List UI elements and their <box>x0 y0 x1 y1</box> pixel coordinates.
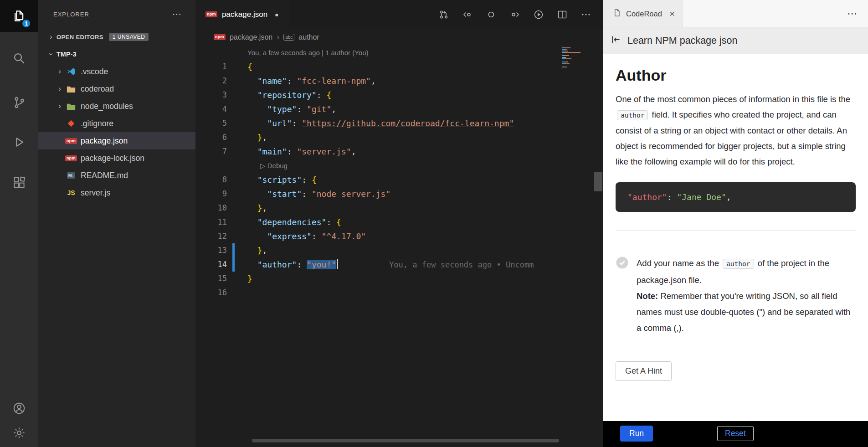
line-number: 13 <box>195 243 227 257</box>
code-editor[interactable]: You, a few seconds ago | 1 author (You)1… <box>195 46 560 300</box>
vscode-window: 1 <box>0 0 868 447</box>
code-line-7[interactable]: 7 "main": "server.js", <box>195 144 560 159</box>
code-line-6[interactable]: 6 }, <box>195 130 560 144</box>
vertical-scrollbar[interactable] <box>594 172 602 191</box>
chevron-right-icon: › <box>54 102 66 111</box>
code-line-3[interactable]: 3 "repository": { <box>195 88 560 102</box>
file-label: server.js <box>81 188 110 198</box>
code-line-13[interactable]: 13 }, <box>195 243 560 257</box>
line-number: 16 <box>195 286 227 300</box>
search-icon[interactable] <box>0 44 38 72</box>
code-line-8[interactable]: 8 "scripts": { <box>195 173 560 187</box>
tree-item-package-lock.json[interactable]: npmpackage-lock.json <box>38 149 195 167</box>
activity-bar: 1 <box>0 0 38 447</box>
settings-gear-icon[interactable] <box>0 419 38 447</box>
run-script-icon[interactable] <box>533 9 544 20</box>
markdown-icon: M↓ <box>66 170 77 181</box>
gutter-spacer <box>232 272 235 286</box>
coderoad-tab-bar: CodeRoad × ⋯ <box>603 0 868 28</box>
modified-indicator <box>232 243 235 257</box>
workspace-root-label: TMP-3 <box>56 51 77 58</box>
gutter-spacer <box>232 102 235 116</box>
close-icon[interactable]: × <box>669 8 675 19</box>
back-to-menu-icon[interactable] <box>610 34 621 48</box>
run-debug-icon[interactable] <box>0 128 38 156</box>
codelens[interactable]: ▷ Debug <box>195 159 560 173</box>
git-icon <box>66 118 77 129</box>
code-line-15[interactable]: 15} <box>195 272 560 286</box>
line-number: 1 <box>195 60 227 74</box>
line-number: 5 <box>195 116 227 130</box>
code-line-5[interactable]: 5 "url": "https://github.com/coderoad/fc… <box>195 116 560 130</box>
minimap[interactable] <box>561 46 580 301</box>
tree-item-coderoad[interactable]: ›coderoad <box>38 80 195 98</box>
more-actions-icon[interactable] <box>580 9 591 20</box>
code-line-12[interactable]: 12 "express": "^4.17.0" <box>195 229 560 243</box>
extensions-icon[interactable] <box>0 169 38 197</box>
breadcrumb-file[interactable]: package.json <box>230 33 272 41</box>
file-label: node_modules <box>81 102 133 111</box>
gutter-spacer <box>232 173 235 187</box>
horizontal-scrollbar[interactable] <box>252 439 559 442</box>
folder-icon <box>66 83 77 94</box>
workspace-root[interactable]: › TMP-3 <box>38 46 195 63</box>
tree-item-README.md[interactable]: M↓README.md <box>38 167 195 184</box>
code-line-10[interactable]: 10 }, <box>195 201 560 215</box>
reset-button[interactable]: Reset <box>717 426 754 441</box>
next-change-icon[interactable] <box>509 9 520 20</box>
tab-coderoad[interactable]: CodeRoad × <box>603 0 683 27</box>
previous-change-icon[interactable] <box>462 9 473 20</box>
explorer-sidebar: EXPLORER ⋯ › OPEN EDITORS 1 UNSAVED › TM… <box>38 0 195 447</box>
compare-changes-icon[interactable] <box>438 9 449 20</box>
open-editors-section[interactable]: › OPEN EDITORS 1 UNSAVED <box>38 28 195 46</box>
code-line-16[interactable]: 16 <box>195 286 560 300</box>
gutter-spacer <box>232 130 235 144</box>
file-tree: ›.vscode›coderoad›node_modules.gitignore… <box>38 63 195 201</box>
folder-node-icon <box>66 101 77 112</box>
code-line-9[interactable]: 9 "start": "node server.js" <box>195 187 560 201</box>
tree-item-.vscode[interactable]: ›.vscode <box>38 63 195 80</box>
get-hint-button[interactable]: Get A Hint <box>616 361 672 381</box>
divider <box>616 230 856 231</box>
breadcrumb[interactable]: npm package.json › abc author <box>195 29 603 46</box>
tree-item-node_modules[interactable]: ›node_modules <box>38 98 195 115</box>
tree-item-server.js[interactable]: JSserver.js <box>38 184 195 201</box>
code-line-14[interactable]: 14 "author": "you!"You, a few seconds ag… <box>195 257 560 272</box>
npm-icon: npm <box>205 11 217 17</box>
editor-tab-bar: npm package.json ● <box>195 0 603 29</box>
code-line-11[interactable]: 11 "dependencies": { <box>195 215 560 229</box>
file-label: coderoad <box>81 84 114 94</box>
code-line-4[interactable]: 4 "type": "git", <box>195 102 560 116</box>
source-control-icon[interactable] <box>0 88 38 117</box>
tree-item-.gitignore[interactable]: .gitignore <box>38 115 195 132</box>
line-number: 2 <box>195 74 227 88</box>
inline-code: author <box>617 110 648 120</box>
split-editor-icon[interactable] <box>557 9 568 20</box>
gutter-spacer <box>232 88 235 102</box>
npm-icon: npm <box>66 153 77 164</box>
code-example: "author": "Jane Doe", <box>616 182 856 212</box>
coderoad-panel: CodeRoad × ⋯ Learn NPM package json Auth… <box>603 0 868 447</box>
account-icon[interactable] <box>0 394 38 422</box>
tab-package-json[interactable]: npm package.json ● <box>195 0 289 29</box>
intro-paragraph: One of the most common pieces of informa… <box>616 92 856 170</box>
more-actions-icon[interactable]: ⋯ <box>172 9 182 20</box>
tree-item-package.json[interactable]: npmpackage.json <box>38 132 195 149</box>
codelens[interactable]: You, a few seconds ago | 1 author (You) <box>195 46 560 60</box>
line-number: 3 <box>195 88 227 102</box>
line-number: 14 <box>195 257 227 272</box>
line-number: 9 <box>195 187 227 201</box>
open-change-icon[interactable] <box>486 9 497 20</box>
unsaved-badge: 1 UNSAVED <box>109 33 149 41</box>
code-line-2[interactable]: 2 "name": "fcc-learn-npm", <box>195 74 560 88</box>
more-actions-icon[interactable]: ⋯ <box>847 8 858 20</box>
run-button[interactable]: Run <box>620 426 653 442</box>
explorer-icon[interactable]: 1 <box>0 0 38 32</box>
chevron-right-icon: › <box>54 67 66 76</box>
file-label: .vscode <box>81 67 108 77</box>
line-number: 7 <box>195 144 227 159</box>
chevron-right-icon: › <box>46 33 56 41</box>
breadcrumb-symbol[interactable]: author <box>298 33 319 41</box>
code-line-1[interactable]: 1{ <box>195 60 560 74</box>
coderoad-tab-label: CodeRoad <box>626 10 662 18</box>
